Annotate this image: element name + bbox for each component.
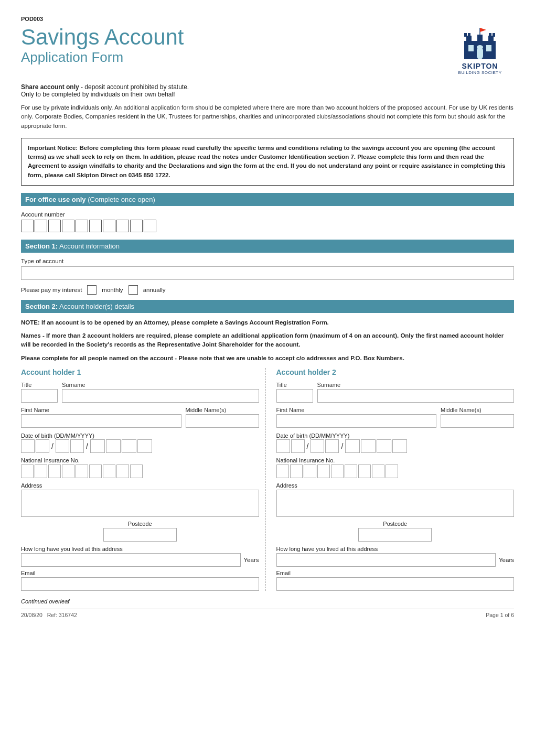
- holder1-title-input[interactable]: [21, 389, 58, 403]
- dob1-y1[interactable]: [90, 439, 105, 453]
- holder1-address-input[interactable]: [21, 490, 259, 517]
- svg-rect-4: [464, 33, 467, 37]
- holders-area: Account holder 1 Title Surname First Nam…: [21, 368, 514, 591]
- office-use-header: For office use only (Complete once open): [21, 193, 514, 206]
- holder2-postcode-input[interactable]: [358, 528, 432, 542]
- holder1-surname-group: Surname: [62, 382, 259, 403]
- ni1-6[interactable]: [89, 465, 102, 478]
- skipton-subtitle: BUILDING SOCIETY: [458, 70, 501, 75]
- holder2-dob-group: Date of birth (DD/MM/YYYY) / /: [276, 432, 515, 453]
- header-area: Savings Account Application Form: [21, 25, 514, 75]
- holder2-middlename-input[interactable]: [441, 414, 514, 428]
- note1: NOTE: If an account is to be opened by a…: [21, 318, 514, 327]
- title-block: Savings Account Application Form: [21, 25, 184, 66]
- holder1-postcode-input[interactable]: [103, 528, 177, 542]
- acct-box-10: [144, 220, 156, 232]
- holder2-title-input[interactable]: [276, 389, 313, 403]
- holder1-surname-input[interactable]: [62, 389, 259, 403]
- interest-label: Please pay my interest: [21, 287, 82, 293]
- dob1-m2[interactable]: [70, 439, 84, 453]
- holder2-years-input[interactable]: [276, 553, 496, 567]
- ni1-9[interactable]: [130, 465, 143, 478]
- ni1-3[interactable]: [48, 465, 61, 478]
- dob2-y4[interactable]: [392, 439, 407, 453]
- monthly-label: monthly: [102, 287, 123, 293]
- holder1-email-label: Email: [21, 570, 259, 576]
- holder2-firstname-label: First Name: [276, 407, 437, 413]
- holder2-title: Account holder 2: [276, 368, 515, 376]
- holder2-address-group: Address: [276, 482, 515, 521]
- ni1-1[interactable]: [21, 465, 34, 478]
- dob2-m1[interactable]: [311, 439, 324, 453]
- holder2-address-input[interactable]: [276, 490, 515, 517]
- footer: 20/08/20 Ref: 316742 Page 1 of 6: [21, 609, 514, 618]
- holder1-title-label: Title: [21, 382, 58, 388]
- holder1-middlename-group: Middle Name(s): [186, 407, 259, 428]
- holder1-years-input[interactable]: [21, 553, 241, 567]
- ni2-7[interactable]: [358, 465, 371, 478]
- dob2-m2[interactable]: [325, 439, 339, 453]
- ni2-1[interactable]: [276, 465, 289, 478]
- ni1-2[interactable]: [35, 465, 47, 478]
- holder1-surname-label: Surname: [62, 382, 259, 388]
- holder2-ni-group: National Insurance No.: [276, 457, 515, 478]
- dob2-d2[interactable]: [291, 439, 305, 453]
- holder2-surname-input[interactable]: [317, 389, 515, 403]
- ni2-9[interactable]: [386, 465, 398, 478]
- svg-marker-13: [480, 28, 486, 32]
- holder2-title-surname-row: Title Surname: [276, 382, 515, 403]
- ni2-6[interactable]: [345, 465, 357, 478]
- holder2-ni-row: [276, 465, 515, 478]
- holder1-dob-row: / /: [21, 439, 259, 453]
- holder2-surname-label: Surname: [317, 382, 515, 388]
- dob1-m1[interactable]: [56, 439, 69, 453]
- ni1-4[interactable]: [62, 465, 74, 478]
- dob2-y3[interactable]: [377, 439, 391, 453]
- holder1-firstname-input[interactable]: [21, 414, 181, 428]
- holder1-email-input[interactable]: [21, 577, 259, 591]
- dob2-d1[interactable]: [276, 439, 290, 453]
- holder1-middlename-input[interactable]: [186, 414, 259, 428]
- svg-rect-6: [489, 33, 491, 37]
- ni2-8[interactable]: [372, 465, 384, 478]
- holder2-firstname-input[interactable]: [276, 414, 437, 428]
- holder1-howlong-label: How long have you lived at this address: [21, 546, 259, 552]
- holder1-title: Account holder 1: [21, 368, 259, 376]
- monthly-checkbox[interactable]: [87, 285, 97, 295]
- ni2-3[interactable]: [304, 465, 316, 478]
- holder2-address-label: Address: [276, 482, 515, 489]
- annually-checkbox[interactable]: [129, 285, 138, 295]
- dob2-y2[interactable]: [361, 439, 376, 453]
- holder1-col: Account holder 1 Title Surname First Nam…: [21, 368, 266, 591]
- holder2-middlename-group: Middle Name(s): [441, 407, 514, 428]
- holder2-email-label: Email: [276, 570, 515, 576]
- holder1-middlename-label: Middle Name(s): [186, 407, 259, 413]
- ni1-7[interactable]: [103, 465, 115, 478]
- ni1-5[interactable]: [76, 465, 88, 478]
- dob1-y3[interactable]: [122, 439, 136, 453]
- holder2-email-input[interactable]: [276, 577, 515, 591]
- type-of-account-input[interactable]: [21, 266, 514, 280]
- holder2-dob-label: Date of birth (DD/MM/YYYY): [276, 433, 350, 439]
- holder1-firstname-label: First Name: [21, 407, 181, 413]
- dob1-y2[interactable]: [106, 439, 121, 453]
- dob1-d1[interactable]: [21, 439, 35, 453]
- ni2-4[interactable]: [317, 465, 330, 478]
- share-notice: Share account only - deposit account pro…: [21, 83, 514, 98]
- acct-box-1: [21, 220, 34, 232]
- dob1-y4[interactable]: [137, 439, 152, 453]
- holder2-title-label: Title: [276, 382, 313, 388]
- holder2-firstname-group: First Name: [276, 407, 437, 428]
- holder1-postcode-row: [21, 528, 259, 542]
- skipton-logo: SKIPTON BUILDING SOCIETY: [446, 25, 514, 75]
- ni2-5[interactable]: [331, 465, 344, 478]
- dob2-y1[interactable]: [345, 439, 360, 453]
- dob1-d2[interactable]: [36, 439, 49, 453]
- holder1-postcode-group: Postcode: [21, 521, 259, 542]
- ni1-8[interactable]: [116, 465, 129, 478]
- sub-title: Application Form: [21, 49, 184, 66]
- ni2-2[interactable]: [290, 465, 303, 478]
- footer-page: Page 1 of 6: [486, 612, 514, 618]
- important-box: Important Notice: Before completing this…: [21, 138, 514, 186]
- holder1-email-group: Email: [21, 570, 259, 591]
